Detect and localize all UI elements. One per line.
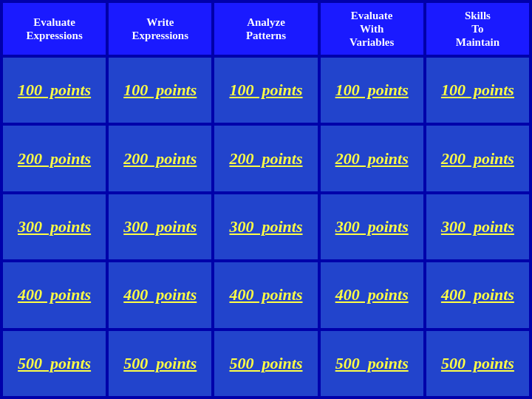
cell-col3-500[interactable]: 500 points [213,330,318,398]
points-label: 200 points [441,149,514,168]
cell-col5-200[interactable]: 200 points [425,124,531,192]
points-label: 500 points [229,354,302,373]
cell-col2-200[interactable]: 200 points [107,124,213,192]
cell-col1-500[interactable]: 500 points [1,330,107,398]
cell-col2-500[interactable]: 500 points [107,330,213,398]
points-label: 200 points [18,149,91,168]
cell-col4-100[interactable]: 100 points [319,56,425,124]
header-evaluate-expressions: EvaluateExpressions [1,1,107,56]
cell-col5-400[interactable]: 400 points [425,261,531,329]
points-label: 400 points [335,285,409,304]
header-analyze-patterns: AnalyzePatterns [213,1,318,56]
header-evaluate-with-variables: EvaluateWithVariables [319,1,425,56]
points-label: 500 points [441,354,514,373]
cell-col4-200[interactable]: 200 points [319,124,425,192]
cell-col1-400[interactable]: 400 points [1,261,107,329]
cell-col2-300[interactable]: 300 points [107,193,213,261]
cell-col3-100[interactable]: 100 points [213,56,318,124]
points-label: 100 points [18,81,91,100]
header-label-analyze-patterns: AnalyzePatterns [246,16,286,42]
points-label: 300 points [18,217,91,236]
cell-col5-100[interactable]: 100 points [425,56,531,124]
cell-col3-400[interactable]: 400 points [213,261,318,329]
points-label: 400 points [441,285,514,304]
header-skills-to-maintain: SkillsToMaintain [425,1,531,56]
points-label: 300 points [335,217,409,236]
points-label: 200 points [335,149,409,168]
points-label: 400 points [229,285,302,304]
header-write-expressions: WriteExpressions [107,1,213,56]
header-label-evaluate-expressions: EvaluateExpressions [26,16,82,42]
points-label: 100 points [123,81,197,100]
cell-col3-300[interactable]: 300 points [213,193,318,261]
cell-col2-400[interactable]: 400 points [107,261,213,329]
header-label-evaluate-with-variables: EvaluateWithVariables [349,9,394,49]
points-label: 300 points [229,217,302,236]
points-label: 500 points [335,354,409,373]
points-label: 300 points [123,217,197,236]
cell-col2-100[interactable]: 100 points [107,56,213,124]
points-label: 100 points [335,81,409,100]
cell-col3-200[interactable]: 200 points [213,124,318,192]
cell-col1-300[interactable]: 300 points [1,193,107,261]
header-label-write-expressions: WriteExpressions [132,16,188,42]
cell-col4-500[interactable]: 500 points [319,330,425,398]
points-label: 400 points [123,285,197,304]
cell-col1-100[interactable]: 100 points [1,56,107,124]
cell-col5-500[interactable]: 500 points [425,330,531,398]
points-label: 200 points [229,149,302,168]
points-label: 100 points [441,81,514,100]
cell-col1-200[interactable]: 200 points [1,124,107,192]
jeopardy-grid: EvaluateExpressions WriteExpressions Ana… [0,0,532,399]
points-label: 400 points [18,285,91,304]
cell-col4-300[interactable]: 300 points [319,193,425,261]
points-label: 500 points [123,354,197,373]
points-label: 100 points [229,81,302,100]
points-label: 500 points [18,354,91,373]
cell-col4-400[interactable]: 400 points [319,261,425,329]
points-label: 200 points [123,149,197,168]
points-label: 300 points [441,217,514,236]
header-label-skills-to-maintain: SkillsToMaintain [456,9,499,49]
cell-col5-300[interactable]: 300 points [425,193,531,261]
